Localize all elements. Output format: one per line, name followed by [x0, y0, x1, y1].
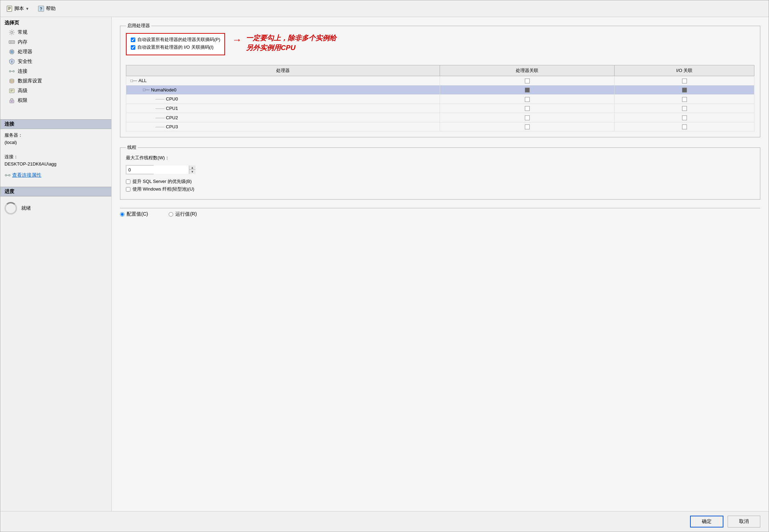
- col-io-affinity: I/O 关联: [615, 65, 754, 76]
- sidebar-item-general[interactable]: 常规: [0, 27, 111, 37]
- expander-all[interactable]: □—: [130, 78, 137, 83]
- max-workers-input[interactable]: [126, 166, 189, 174]
- processor-checkbox-box: 自动设置所有处理器的处理器关联摘码(P) 自动设置所有处理器的 I/O 关联摘码…: [126, 33, 225, 55]
- max-workers-row: 最大工作线程数(W)：: [126, 155, 754, 161]
- col-processor: 处理器: [126, 65, 440, 76]
- processor-icon: [9, 49, 15, 55]
- fiber-checkbox-row: 使用 Windows 纤程(轻型池)(U): [126, 186, 754, 192]
- run-radio[interactable]: [169, 212, 173, 217]
- progress-status: 就绪: [21, 205, 31, 211]
- proc-aff-all: [440, 76, 615, 86]
- security-icon: [9, 58, 15, 65]
- script-button[interactable]: 脚本 ▼: [3, 4, 32, 14]
- auto-proc-affinity-checkbox[interactable]: [131, 38, 135, 42]
- sidebar-title: 选择页: [0, 17, 111, 27]
- io-aff-all: [615, 76, 754, 86]
- advanced-icon: [9, 88, 15, 94]
- sidebar-label-processor: 处理器: [18, 49, 32, 55]
- table-header-row: 处理器 处理器关联 I/O 关联: [126, 65, 754, 76]
- checkbox-io-cpu1[interactable]: [682, 106, 687, 111]
- bottom-buttons: 确定 取消: [0, 511, 769, 532]
- sidebar-item-connection[interactable]: 连接: [0, 66, 111, 76]
- svg-rect-10: [13, 41, 14, 43]
- database-icon: [9, 78, 15, 84]
- thread-section-legend: 线程: [126, 144, 138, 151]
- auto-io-affinity-checkbox[interactable]: [131, 45, 135, 50]
- tree-line-cpu1: ——: [155, 106, 165, 111]
- server-label-row: 服务器： (local): [5, 132, 107, 146]
- svg-rect-8: [10, 41, 11, 43]
- col-proc-affinity: 处理器关联: [440, 65, 615, 76]
- server-value: (local): [5, 140, 17, 145]
- checkbox-io-all[interactable]: [682, 79, 687, 83]
- table-row: —— CPU1: [126, 104, 754, 113]
- max-workers-spinbox[interactable]: ▲ ▼: [126, 165, 154, 174]
- sidebar-item-permissions[interactable]: 权限: [0, 96, 111, 105]
- label-cpu1: CPU1: [166, 106, 178, 111]
- checkbox-proc-numa[interactable]: [525, 88, 530, 92]
- io-aff-cpu2: [615, 113, 754, 122]
- boost-checkbox[interactable]: [126, 179, 130, 184]
- spinbox-up-button[interactable]: ▲: [189, 166, 195, 170]
- config-radio[interactable]: [120, 212, 125, 217]
- checkbox-io-numa[interactable]: [682, 88, 687, 92]
- sidebar: 选择页 常规 内存: [0, 17, 112, 511]
- connection-link-icon: [5, 172, 11, 178]
- help-icon: ?: [38, 5, 45, 12]
- script-label: 脚本: [14, 6, 24, 12]
- checkbox-proc-cpu2[interactable]: [525, 115, 530, 120]
- run-radio-label: 运行值(R): [175, 211, 197, 217]
- checkbox-proc-cpu1[interactable]: [525, 106, 530, 111]
- tree-line-cpu3: ——: [155, 124, 165, 129]
- connection-value: DESKTOP-21DK6AU\agg: [5, 161, 56, 167]
- help-button[interactable]: ? 帮助: [35, 4, 58, 14]
- tree-cell-cpu2: —— CPU2: [126, 113, 440, 122]
- fiber-checkbox[interactable]: [126, 187, 130, 192]
- table-row: —— CPU2: [126, 113, 754, 122]
- spinbox-down-button[interactable]: ▼: [189, 170, 195, 174]
- sidebar-item-database[interactable]: 数据库设置: [0, 76, 111, 86]
- svg-point-34: [9, 174, 10, 176]
- expander-numa[interactable]: □—: [143, 87, 150, 92]
- checkbox-io-cpu3[interactable]: [682, 124, 687, 129]
- sidebar-item-processor[interactable]: 处理器: [0, 47, 111, 57]
- table-row: □— NumaNode0: [126, 85, 754, 95]
- help-label: 帮助: [46, 6, 56, 12]
- connection-info: 服务器： (local) 连接： DESKTOP-21DK6AU\agg: [0, 129, 111, 171]
- connection-label: 连接：: [5, 154, 18, 159]
- checkbox-io-cpu0[interactable]: [682, 97, 687, 102]
- sidebar-label-permissions: 权限: [18, 97, 27, 104]
- sidebar-item-memory[interactable]: 内存: [0, 37, 111, 47]
- table-row: —— CPU3: [126, 122, 754, 131]
- tree-cell-all: □— ALL: [126, 76, 440, 86]
- boost-checkbox-row: 提升 SQL Server 的优先级(B): [126, 178, 754, 185]
- fiber-label: 使用 Windows 纤程(轻型池)(U): [133, 186, 194, 192]
- arrow-icon: →: [232, 34, 242, 46]
- ok-button[interactable]: 确定: [690, 516, 723, 527]
- checkbox-row-1: 自动设置所有处理器的处理器关联摘码(P): [131, 37, 220, 43]
- connection-section-header: 连接: [0, 119, 111, 129]
- script-dropdown-icon[interactable]: ▼: [25, 7, 29, 11]
- spinbox-buttons: ▲ ▼: [189, 166, 195, 174]
- annotation-area: → 一定要勾上，除非多个实例给另外实例用CPU: [232, 33, 336, 53]
- view-connection-link[interactable]: 查看连接属性: [0, 171, 111, 180]
- sidebar-label-general: 常规: [18, 29, 27, 35]
- progress-spinner: [5, 202, 17, 215]
- svg-point-32: [11, 101, 13, 102]
- svg-rect-9: [11, 41, 12, 43]
- svg-point-24: [13, 71, 15, 72]
- checkbox-proc-cpu3[interactable]: [525, 124, 530, 129]
- processor-table: 处理器 处理器关联 I/O 关联 □— ALL: [126, 65, 754, 131]
- table-row: □— ALL: [126, 76, 754, 86]
- sidebar-item-advanced[interactable]: 高级: [0, 86, 111, 96]
- checkbox-proc-cpu0[interactable]: [525, 97, 530, 102]
- checkbox-proc-all[interactable]: [525, 79, 530, 83]
- io-aff-cpu1: [615, 104, 754, 113]
- memory-icon: [9, 39, 15, 45]
- spinbox-row: ▲ ▼: [126, 165, 754, 174]
- cancel-button[interactable]: 取消: [728, 516, 760, 527]
- gear-icon: [9, 29, 15, 35]
- toolbar: 脚本 ▼ ? 帮助: [0, 0, 769, 17]
- sidebar-item-security[interactable]: 安全性: [0, 57, 111, 66]
- checkbox-io-cpu2[interactable]: [682, 115, 687, 120]
